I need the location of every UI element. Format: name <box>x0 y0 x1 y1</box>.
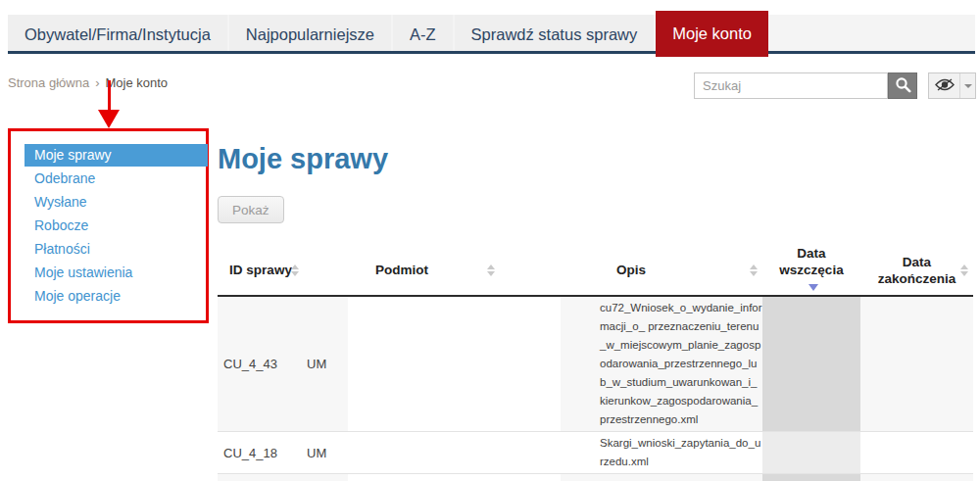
cell-data-wszczecia <box>762 474 860 481</box>
search-input[interactable] <box>694 72 888 99</box>
tab-moje-konto[interactable]: Moje konto <box>656 11 768 57</box>
column-header-data-zakonczenia[interactable]: Data zakończenia <box>860 245 973 296</box>
sidebar-item-wyslane[interactable]: Wysłane <box>24 191 208 214</box>
opis-filename: Skargi_wnioski_zapytania_do_urzedu.xml <box>600 434 762 471</box>
cell-opis: cu35_Wniosek_o_udostepnienie_informacji_… <box>500 474 762 481</box>
column-header-podmiot[interactable]: Podmiot <box>304 245 500 296</box>
cell-data-wszczecia <box>762 432 860 474</box>
arrow-down-icon <box>98 110 120 128</box>
search-icon <box>895 76 911 96</box>
cell-id-sprawy: CU_4_43 <box>218 296 304 432</box>
tab-sprawdz-status-sprawy[interactable]: Sprawdź status sprawy <box>455 15 655 51</box>
page-title: Moje sprawy <box>218 143 388 175</box>
column-header-label: Opis <box>616 263 646 277</box>
cell-opis: Skargi_wnioski_zapytania_do_urzedu.xml <box>500 432 762 474</box>
column-header-id-sprawy[interactable]: ID sprawy <box>218 245 304 296</box>
annotation-arrow <box>108 80 111 111</box>
sort-updown-icon <box>750 265 758 276</box>
tab-a-z[interactable]: A-Z <box>393 15 453 51</box>
sort-updown-icon <box>291 265 299 276</box>
sidebar-item-moje-ustawienia[interactable]: Moje ustawienia <box>24 262 208 284</box>
column-header-label: ID sprawy <box>229 263 292 277</box>
breadcrumb-current: Moje konto <box>105 75 168 90</box>
cell-podmiot: UM <box>304 474 500 481</box>
cell-data-zakonczenia <box>860 296 973 432</box>
opis-filename: cu72_Wniosek_o_wydanie_informacji_o_ prz… <box>600 299 762 429</box>
sidebar-item-moje-operacje[interactable]: Moje operacje <box>24 285 208 308</box>
cell-data-zakonczenia <box>860 432 973 474</box>
search-button[interactable] <box>888 72 917 99</box>
cell-id-sprawy: CU_4_18 <box>218 432 304 474</box>
sidebar-menu: Moje sprawy Odebrane Wysłane Robocze Pła… <box>24 144 208 309</box>
cell-data-zakonczenia <box>860 474 973 481</box>
cell-podmiot: UM <box>304 296 500 432</box>
tab-obywatel-firma-instytucja[interactable]: Obywatel/Firma/Instytucja <box>8 15 227 51</box>
cell-podmiot: UM <box>304 432 500 474</box>
column-header-label: Data wszczęcia <box>779 246 843 277</box>
breadcrumb: Strona główna›Moje konto <box>8 75 168 90</box>
sidebar-item-platnosci[interactable]: Płatności <box>24 238 208 261</box>
opis-filename: cu35_Wniosek_o_udostepnienie_informacji_… <box>600 476 762 481</box>
breadcrumb-separator: › <box>95 75 99 90</box>
sidebar-item-robocze[interactable]: Robocze <box>24 215 208 237</box>
cell-opis: cu72_Wniosek_o_wydanie_informacji_o_ prz… <box>500 296 762 432</box>
sort-updown-icon <box>960 265 968 276</box>
sort-desc-icon <box>808 284 818 291</box>
breadcrumb-home-link[interactable]: Strona główna <box>8 75 89 90</box>
table-header-row: ID sprawy Podmiot Opis Data wszczęcia Da… <box>218 245 973 296</box>
column-header-data-wszczecia[interactable]: Data wszczęcia <box>762 245 860 296</box>
eye-icon <box>934 77 956 95</box>
table-row: CU_4_22 UM cu35_Wniosek_o_udostepnienie_… <box>218 474 973 481</box>
sidebar-item-odebrane[interactable]: Odebrane <box>24 168 208 190</box>
table-row: CU_4_43 UM cu72_Wniosek_o_wydanie_inform… <box>218 296 973 432</box>
contrast-dropdown-button[interactable] <box>960 73 975 98</box>
accessibility-button-group <box>928 72 976 99</box>
cell-data-wszczecia <box>762 296 860 432</box>
column-header-label: Data zakończenia <box>878 255 956 286</box>
cell-id-sprawy: CU_4_22 <box>218 474 304 481</box>
table-row: CU_4_18 UM Skargi_wnioski_zapytania_do_u… <box>218 432 973 474</box>
column-header-label: Podmiot <box>375 263 428 277</box>
cases-table: ID sprawy Podmiot Opis Data wszczęcia Da… <box>218 245 973 481</box>
sort-updown-icon <box>487 265 495 276</box>
show-button[interactable]: Pokaż <box>218 196 284 223</box>
top-navigation: Obywatel/Firma/Instytucja Najpopularniej… <box>8 15 975 54</box>
column-header-opis[interactable]: Opis <box>500 245 762 296</box>
caret-down-icon <box>964 84 972 88</box>
contrast-toggle-button[interactable] <box>929 73 960 98</box>
tab-najpopularniejsze[interactable]: Najpopularniejsze <box>229 15 391 51</box>
sidebar-item-moje-sprawy[interactable]: Moje sprawy <box>24 144 208 167</box>
